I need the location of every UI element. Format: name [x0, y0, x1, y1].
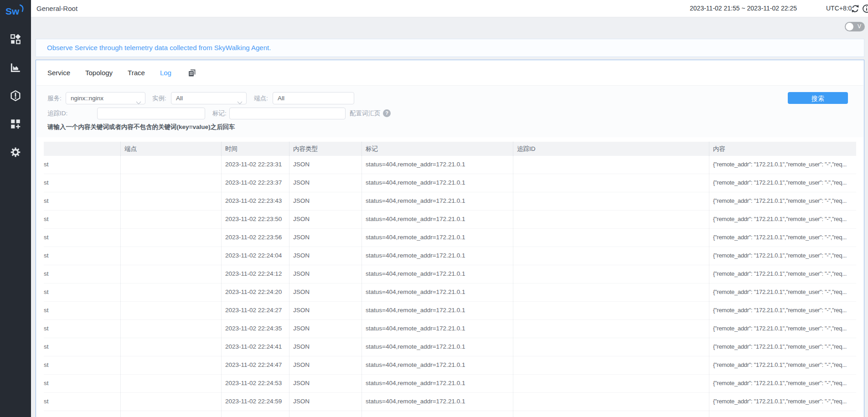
content-type-cell: JSON — [289, 174, 362, 192]
sidebar-item-settings[interactable] — [5, 142, 26, 162]
keyword-hint: 请输入一个内容关键词或者内容不包含的关键词(key=value)之后回车 — [47, 123, 235, 131]
content-cell: {"remote_addr": "172.21.0.1","remote_use… — [709, 356, 856, 374]
log-table-row[interactable]: st2023-11-02 22:24:53JSONstatus=404,remo… — [44, 375, 856, 393]
copy-dashboard-button[interactable] — [187, 68, 196, 77]
tags-cell: status=404,remote_addr=172.21.0.1 — [362, 211, 513, 228]
config-vocabulary-link: 配置词汇页 — [350, 108, 381, 119]
log-table-row[interactable]: st2023-11-02 22:24:20JSONstatus=404,remo… — [44, 283, 856, 302]
time-cell: 2023-11-02 22:23:56 — [222, 229, 289, 247]
content-cell: {"remote_addr": "172.21.0.1","remote_use… — [709, 283, 856, 301]
log-table-row[interactable]: st2023-11-02 22:23:43JSONstatus=404,remo… — [44, 192, 856, 211]
log-table-row[interactable]: st2023-11-02 22:24:41JSONstatus=404,remo… — [44, 338, 856, 356]
trace-id-input[interactable] — [97, 108, 205, 119]
chart-icon — [10, 62, 21, 73]
tags-cell: status=404,remote_addr=172.21.0.1 — [362, 265, 513, 283]
tab-trace[interactable]: Trace — [128, 69, 145, 77]
refresh-button[interactable] — [851, 4, 860, 15]
endpoint-cell — [121, 211, 222, 228]
content-type-cell: JSON — [289, 192, 362, 210]
log-table-row[interactable]: st2023-11-02 22:24:04JSONstatus=404,remo… — [44, 247, 856, 265]
sidebar-item-alerting[interactable] — [5, 86, 26, 106]
sidebar-menu — [5, 29, 26, 170]
content-type-cell: JSON — [289, 320, 362, 338]
toggle-knob — [846, 23, 853, 31]
tags-cell: status=404,remote_addr=172.21.0.1 — [362, 192, 513, 210]
tab-topology[interactable]: Topology — [85, 69, 113, 77]
tab-service[interactable]: Service — [47, 69, 70, 77]
content-type-cell: JSON — [289, 156, 362, 174]
banner-text: Observe Service through telemetry data c… — [47, 39, 864, 57]
log-table-row[interactable]: st2023-11-02 22:24:59JSONstatus=404,remo… — [44, 393, 856, 411]
trace-id-cell — [513, 375, 709, 392]
service-cell: st — [44, 229, 121, 247]
tags-cell: status=404,remote_addr=172.21.0.1 — [362, 393, 513, 411]
trace-id-cell — [513, 283, 709, 301]
trace-id-cell — [513, 338, 709, 356]
trace-id-cell — [513, 174, 709, 192]
sidebar-item-dashboards[interactable] — [5, 29, 26, 49]
log-table-row[interactable]: st2023-11-02 22:23:56JSONstatus=404,remo… — [44, 229, 856, 247]
time-cell: 2023-11-02 22:24:59 — [222, 393, 289, 411]
time-cell: 2023-11-02 22:24:53 — [222, 375, 289, 392]
service-cell: st — [44, 247, 121, 265]
service-cell: st — [44, 411, 121, 417]
skywalking-logo[interactable]: Sw — [5, 3, 26, 20]
instance-select-value: All — [176, 95, 183, 102]
time-cell: 2023-11-02 22:23:37 — [222, 174, 289, 192]
service-cell: st — [44, 338, 121, 356]
log-table-row[interactable]: st2023-11-02 22:25:05JSONstatus=404,remo… — [44, 411, 856, 417]
trace-id-cell — [513, 156, 709, 174]
content-type-cell: JSON — [289, 356, 362, 374]
search-button[interactable]: 搜索 — [788, 92, 848, 104]
service-cell: st — [44, 302, 121, 319]
tags-cell: status=404,remote_addr=172.21.0.1 — [362, 156, 513, 174]
sidebar-item-metrics[interactable] — [5, 57, 26, 77]
log-table-row[interactable]: st2023-11-02 22:23:50JSONstatus=404,remo… — [44, 211, 856, 229]
content-type-cell: JSON — [289, 411, 362, 417]
time-range-picker[interactable]: 2023-11-02 21:55 ~ 2023-11-02 22:25 — [690, 0, 797, 17]
log-table-row[interactable]: st2023-11-02 22:24:27JSONstatus=404,remo… — [44, 302, 856, 320]
trace-id-label: 追踪ID: — [47, 108, 67, 119]
content-cell: {"remote_addr": "172.21.0.1","remote_use… — [709, 229, 856, 247]
endpoint-cell — [121, 192, 222, 210]
trace-id-cell — [513, 229, 709, 247]
content-type-cell: JSON — [289, 302, 362, 319]
top-header: General-Root 2023-11-02 21:55 ~ 2023-11-… — [31, 0, 868, 17]
log-table-row[interactable]: st2023-11-02 22:23:31JSONstatus=404,remo… — [44, 156, 856, 174]
help-icon[interactable]: ? — [383, 109, 391, 117]
trace-id-cell — [513, 393, 709, 411]
service-cell: st — [44, 393, 121, 411]
trace-id-cell — [513, 247, 709, 265]
tags-cell: status=404,remote_addr=172.21.0.1 — [362, 302, 513, 319]
trace-id-cell — [513, 211, 709, 228]
log-table: 端点时间内容类型标记追踪ID内容 st2023-11-02 22:23:31JS… — [44, 142, 856, 417]
log-table-row[interactable]: st2023-11-02 22:24:47JSONstatus=404,remo… — [44, 356, 856, 375]
info-button[interactable] — [862, 4, 868, 15]
content-cell: {"remote_addr": "172.21.0.1","remote_use… — [709, 211, 856, 228]
log-table-row[interactable]: st2023-11-02 22:24:12JSONstatus=404,remo… — [44, 265, 856, 283]
tags-cell: status=404,remote_addr=172.21.0.1 — [362, 338, 513, 356]
refresh-icon — [851, 4, 860, 13]
service-label: 服务: — [47, 92, 62, 104]
tab-log[interactable]: Log — [160, 69, 171, 77]
log-table-row[interactable]: st2023-11-02 22:24:35JSONstatus=404,remo… — [44, 320, 856, 338]
sidebar-item-marketplace[interactable] — [5, 114, 26, 134]
instance-select[interactable]: All — [171, 92, 247, 104]
endpoint-input[interactable]: All — [273, 92, 354, 104]
column-header-tags: 标记 — [362, 142, 513, 156]
content-cell: {"remote_addr": "172.21.0.1","remote_use… — [709, 156, 856, 174]
time-cell: 2023-11-02 22:24:27 — [222, 302, 289, 319]
logo-swoosh — [20, 5, 23, 11]
service-cell: st — [44, 265, 121, 283]
time-cell: 2023-11-02 22:24:20 — [222, 283, 289, 301]
content-cell: {"remote_addr": "172.21.0.1","remote_use… — [709, 411, 856, 417]
tags-cell: status=404,remote_addr=172.21.0.1 — [362, 375, 513, 392]
tags-cell: status=404,remote_addr=172.21.0.1 — [362, 174, 513, 192]
tags-input[interactable] — [229, 108, 346, 119]
service-select[interactable]: nginx::nginx — [66, 92, 145, 104]
endpoint-cell — [121, 320, 222, 338]
version-toggle[interactable]: V — [845, 22, 865, 31]
trace-id-cell — [513, 192, 709, 210]
log-table-row[interactable]: st2023-11-02 22:23:37JSONstatus=404,remo… — [44, 174, 856, 192]
endpoint-cell — [121, 375, 222, 392]
